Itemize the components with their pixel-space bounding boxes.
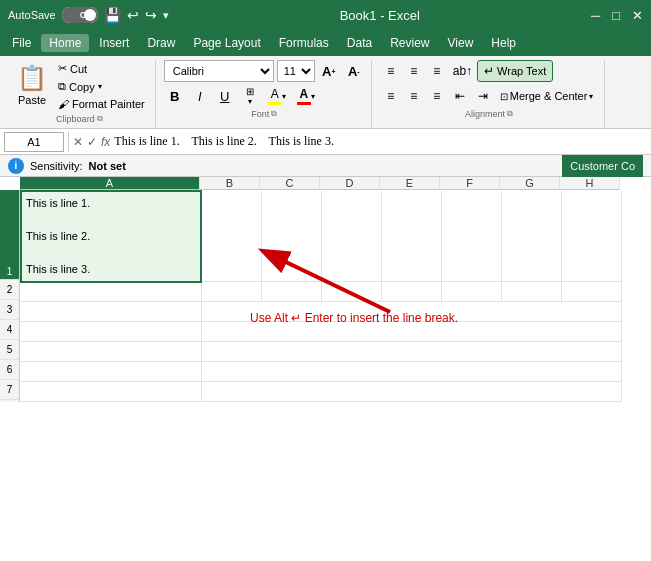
cell-e1[interactable] (381, 191, 441, 282)
maximize-btn[interactable]: □ (612, 8, 620, 23)
cell-b3[interactable] (201, 302, 621, 322)
cell-a1[interactable]: This is line 1. This is line 2. This is … (21, 191, 201, 282)
insert-function-icon[interactable]: fx (101, 135, 110, 149)
alignment-label: Alignment ⧉ (465, 109, 513, 119)
clipboard-expand-icon[interactable]: ⧉ (97, 114, 103, 124)
menu-view[interactable]: View (440, 34, 482, 52)
menu-review[interactable]: Review (382, 34, 437, 52)
merge-center-button[interactable]: ⊡ Merge & Center ▾ (495, 85, 599, 107)
merge-center-label: Merge & Center (510, 90, 588, 102)
cell-f1[interactable] (441, 191, 501, 282)
menu-page-layout[interactable]: Page Layout (185, 34, 268, 52)
cell-h2[interactable] (561, 282, 621, 302)
bold-button[interactable]: B (164, 85, 186, 107)
wrap-text-button[interactable]: ↵ Wrap Text (477, 60, 553, 82)
window-controls: ─ □ ✕ (591, 8, 643, 23)
cell-c1[interactable] (261, 191, 321, 282)
col-header-c[interactable]: C (260, 177, 320, 190)
increase-font-size-button[interactable]: A+ (318, 60, 340, 82)
cell-a5[interactable] (21, 342, 201, 362)
table-row (21, 342, 621, 362)
cell-a3[interactable] (21, 302, 201, 322)
col-header-a[interactable]: A (20, 177, 200, 190)
cell-b1[interactable] (201, 191, 261, 282)
menu-draw[interactable]: Draw (139, 34, 183, 52)
col-header-e[interactable]: E (380, 177, 440, 190)
table-row (21, 282, 621, 302)
cell-a2[interactable] (21, 282, 201, 302)
col-header-d[interactable]: D (320, 177, 380, 190)
cell-b7[interactable] (201, 382, 621, 402)
undo-icon[interactable]: ↩ (127, 7, 139, 23)
cancel-formula-icon[interactable]: ✕ (73, 135, 83, 149)
col-header-h[interactable]: H (560, 177, 620, 190)
menu-help[interactable]: Help (483, 34, 524, 52)
font-expand-icon[interactable]: ⧉ (271, 109, 277, 119)
font-color-button[interactable]: A ▾ (293, 85, 319, 107)
cut-button[interactable]: ✂ Cut (54, 60, 149, 77)
col-header-f[interactable]: F (440, 177, 500, 190)
cell-c2[interactable] (261, 282, 321, 302)
menu-file[interactable]: File (4, 34, 39, 52)
cell-e2[interactable] (381, 282, 441, 302)
border-button[interactable]: ⊞ ▾ (239, 85, 261, 107)
paste-label: Paste (18, 94, 46, 106)
menu-home[interactable]: Home (41, 34, 89, 52)
align-bottom-button[interactable]: ≡ (426, 60, 448, 82)
align-top-button[interactable]: ≡ (380, 60, 402, 82)
align-middle-button[interactable]: ≡ (403, 60, 425, 82)
copy-label: Copy (69, 81, 95, 93)
align-center-button[interactable]: ≡ (403, 85, 425, 107)
sensitivity-label: Sensitivity: (30, 160, 83, 172)
cell-b6[interactable] (201, 362, 621, 382)
align-left-button[interactable]: ≡ (380, 85, 402, 107)
cell-b2[interactable] (201, 282, 261, 302)
cell-a6[interactable] (21, 362, 201, 382)
col-header-g[interactable]: G (500, 177, 560, 190)
menu-insert[interactable]: Insert (91, 34, 137, 52)
font-family-select[interactable]: Calibri (164, 60, 274, 82)
title-bar-left: AutoSave Off 💾 ↩ ↪ ▾ (8, 7, 169, 23)
cell-g2[interactable] (501, 282, 561, 302)
cell-b4[interactable] (201, 322, 621, 342)
minimize-btn[interactable]: ─ (591, 8, 600, 23)
italic-button[interactable]: I (189, 85, 211, 107)
align-row1: ≡ ≡ ≡ ab↑ ↵ Wrap Text (380, 60, 599, 82)
close-btn[interactable]: ✕ (632, 8, 643, 23)
align-right-button[interactable]: ≡ (426, 85, 448, 107)
alignment-expand-icon[interactable]: ⧉ (507, 109, 513, 119)
decrease-indent-button[interactable]: ⇤ (449, 85, 471, 107)
redo-icon[interactable]: ↪ (145, 7, 157, 23)
row-num-7: 7 (0, 380, 19, 400)
alignment-group: ≡ ≡ ≡ ab↑ ↵ Wrap Text ≡ ≡ ≡ ⇤ (374, 60, 606, 128)
underline-button[interactable]: U (214, 85, 236, 107)
copy-icon: ⧉ (58, 80, 66, 93)
autosave-toggle[interactable]: Off (62, 7, 98, 23)
col-header-b[interactable]: B (200, 177, 260, 190)
cell-a4[interactable] (21, 322, 201, 342)
cell-g1[interactable] (501, 191, 561, 282)
cell-f2[interactable] (441, 282, 501, 302)
format-painter-button[interactable]: 🖌 Format Painter (54, 96, 149, 112)
cell-d2[interactable] (321, 282, 381, 302)
menu-formulas[interactable]: Formulas (271, 34, 337, 52)
clipboard-group-content: 📋 Paste ✂ Cut ⧉ Copy ▾ (10, 60, 149, 112)
highlight-color-button[interactable]: A ▾ (264, 85, 290, 107)
paste-button[interactable]: 📋 Paste (10, 60, 54, 108)
cell-h1[interactable] (561, 191, 621, 282)
copy-button[interactable]: ⧉ Copy ▾ (54, 78, 149, 95)
confirm-formula-icon[interactable]: ✓ (87, 135, 97, 149)
row-num-3: 3 (0, 300, 19, 320)
cell-a7[interactable] (21, 382, 201, 402)
text-direction-button[interactable]: ab↑ (449, 60, 476, 82)
decrease-font-size-button[interactable]: A- (343, 60, 365, 82)
font-size-select[interactable]: 11 (277, 60, 315, 82)
cell-b5[interactable] (201, 342, 621, 362)
save-icon[interactable]: 💾 (104, 7, 121, 23)
clipboard-label: Clipboard ⧉ (56, 114, 103, 124)
menu-data[interactable]: Data (339, 34, 380, 52)
increase-indent-button[interactable]: ⇥ (472, 85, 494, 107)
font-label: Font ⧉ (251, 109, 277, 119)
cell-d1[interactable] (321, 191, 381, 282)
cell-reference-input[interactable] (4, 132, 64, 152)
